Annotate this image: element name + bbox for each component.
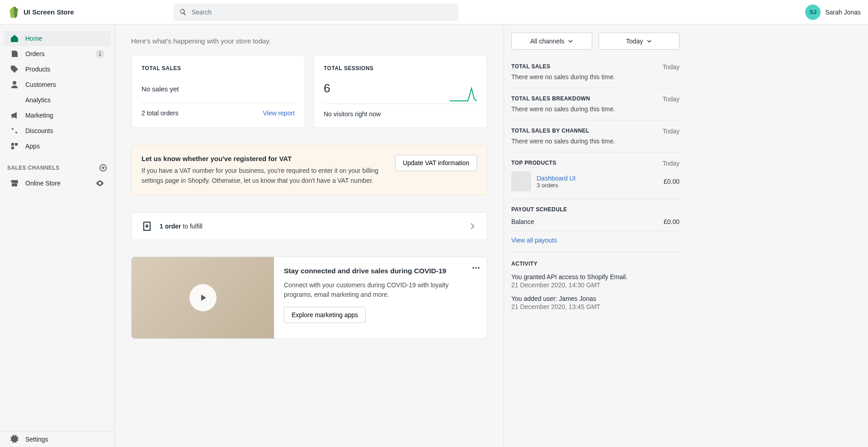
promo-video-thumb[interactable] <box>132 257 274 338</box>
tag-icon <box>10 65 19 74</box>
sidebar-item-analytics[interactable]: Analytics <box>4 92 111 108</box>
more-icon[interactable] <box>472 263 481 272</box>
apps-icon <box>10 142 19 151</box>
activity-item: You added user: James Jonas 21 December … <box>511 295 679 310</box>
activity-section: ACTIVITY You granted API access to Shopi… <box>511 252 679 310</box>
sidebar-item-orders[interactable]: Orders 1 <box>4 46 111 62</box>
fulfill-task[interactable]: 1 order to fulfill <box>131 212 487 240</box>
channels-filter[interactable]: All channels <box>511 33 592 50</box>
sidebar-item-apps[interactable]: Apps <box>4 138 111 154</box>
download-icon <box>142 221 152 232</box>
promo-title: Stay connected and drive sales during CO… <box>284 266 477 276</box>
play-icon <box>189 284 217 311</box>
product-orders: 3 orders <box>537 182 658 189</box>
total-sales-card: TOTAL SALES No sales yet 2 total orders … <box>131 55 305 128</box>
shopify-logo <box>7 6 19 18</box>
visitors-now: No visitors right now <box>324 110 381 118</box>
product-price: £0.00 <box>664 178 679 185</box>
person-icon <box>10 80 19 89</box>
total-orders: 2 total orders <box>142 109 179 117</box>
chevron-down-icon <box>646 38 652 44</box>
avatar: SJ <box>805 5 821 20</box>
task-text: 1 order to fulfill <box>160 223 203 230</box>
banner-title: Let us know whether you've registered fo… <box>142 155 386 162</box>
sidebar-item-customers[interactable]: Customers <box>4 77 111 92</box>
search-input[interactable]: Search <box>174 4 458 21</box>
stat-sales-breakdown: TOTAL SALES BREAKDOWNToday There were no… <box>511 88 679 120</box>
activity-item: You granted API access to Shopify Email.… <box>511 273 679 289</box>
orders-icon <box>10 49 19 58</box>
balance-value: £0.00 <box>664 218 679 225</box>
total-sales-value: No sales yet <box>142 85 295 93</box>
home-icon <box>10 34 19 43</box>
sidebar-item-label: Settings <box>25 436 48 443</box>
view-report-link[interactable]: View report <box>263 109 295 117</box>
sales-channels-header: SALES CHANNELS <box>0 154 114 176</box>
card-title: TOTAL SESSIONS <box>324 65 477 71</box>
search-icon <box>179 8 187 16</box>
balance-label: Balance <box>511 218 534 225</box>
sidebar-item-discounts[interactable]: Discounts <box>4 123 111 138</box>
stat-total-sales: TOTAL SALESToday There were no sales dur… <box>511 56 679 88</box>
view-payouts-link[interactable]: View all payouts <box>511 231 679 249</box>
total-sessions-card: TOTAL SESSIONS 6 No visitors right now <box>313 55 487 128</box>
sidebar-item-settings[interactable]: Settings <box>4 432 111 447</box>
sidebar-item-label: Orders <box>25 50 45 57</box>
right-column: All channels Today TOTAL SALESToday Ther… <box>504 24 687 447</box>
user-menu[interactable]: SJ Sarah Jonas <box>805 5 861 20</box>
chevron-right-icon <box>468 222 477 231</box>
sessions-sparkline <box>450 86 477 102</box>
topbar: UI Screen Store Search SJ Sarah Jonas <box>0 0 868 24</box>
store-icon <box>10 179 19 188</box>
greeting-text: Here's what's happening with your store … <box>131 37 487 45</box>
product-name-link[interactable]: Dashboard UI <box>537 175 658 182</box>
sidebar-item-label: Home <box>25 35 42 42</box>
sidebar-item-label: Analytics <box>25 96 51 104</box>
sidebar-item-marketing[interactable]: Marketing <box>4 108 111 123</box>
promo-card: Stay connected and drive sales during CO… <box>131 257 487 339</box>
stat-sales-by-channel: TOTAL SALES BY CHANNELToday There were n… <box>511 120 679 152</box>
chevron-down-icon <box>568 38 573 44</box>
banner-body: If you have a VAT number for your busine… <box>142 166 386 185</box>
sidebar: Home Orders 1 Products Customers Analyti… <box>0 24 115 447</box>
sidebar-item-label: Apps <box>25 143 40 150</box>
sidebar-item-label: Online Store <box>25 180 61 187</box>
product-thumb <box>511 171 531 191</box>
payout-section: PAYOUT SCHEDULE Balance £0.00 View all p… <box>511 199 679 249</box>
explore-apps-button[interactable]: Explore marketing apps <box>284 307 366 323</box>
gear-icon <box>10 435 19 444</box>
eye-icon[interactable] <box>95 179 104 188</box>
update-vat-button[interactable]: Update VAT information <box>395 155 477 171</box>
promo-body: Connect with your customers during COVID… <box>284 281 477 300</box>
search-placeholder: Search <box>192 9 212 16</box>
period-filter[interactable]: Today <box>599 33 679 50</box>
chart-icon <box>10 95 19 105</box>
vat-banner: Let us know whether you've registered fo… <box>131 145 487 195</box>
user-name: Sarah Jonas <box>825 9 861 16</box>
sidebar-item-label: Marketing <box>25 112 53 119</box>
svg-point-3 <box>478 267 480 269</box>
sidebar-item-online-store[interactable]: Online Store <box>4 176 111 191</box>
percent-icon <box>10 126 19 135</box>
sidebar-item-label: Discounts <box>25 127 53 134</box>
main-content: Here's what's happening with your store … <box>115 24 504 447</box>
store-name: UI Screen Store <box>24 8 74 16</box>
svg-point-1 <box>472 267 474 269</box>
sidebar-item-home[interactable]: Home <box>4 31 111 46</box>
orders-badge: 1 <box>95 49 104 58</box>
sidebar-item-products[interactable]: Products <box>4 62 111 77</box>
megaphone-icon <box>10 111 19 120</box>
add-channel-icon[interactable] <box>99 164 107 172</box>
sidebar-item-label: Products <box>25 66 50 73</box>
stat-top-products: TOP PRODUCTSToday Dashboard UI 3 orders … <box>511 152 679 199</box>
card-title: TOTAL SALES <box>142 65 295 71</box>
sidebar-item-label: Customers <box>25 81 56 88</box>
svg-point-2 <box>475 267 477 269</box>
